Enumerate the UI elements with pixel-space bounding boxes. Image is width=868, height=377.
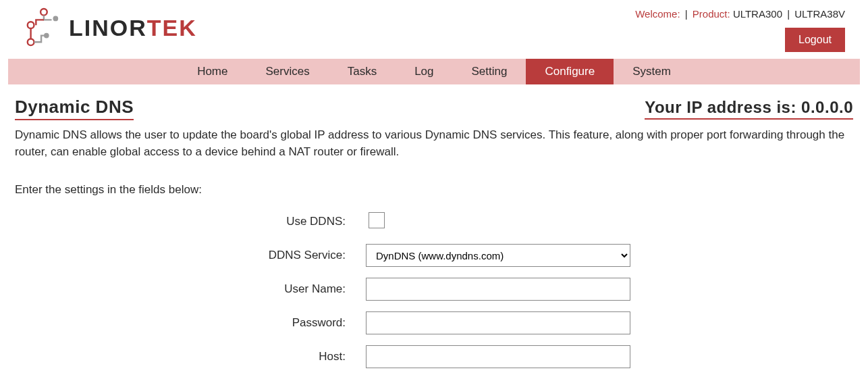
product-value2: ULTRA38V (794, 8, 845, 20)
form-prompt: Enter the settings in the fields below: (15, 183, 853, 197)
host-label: Host: (15, 350, 366, 363)
svg-point-3 (28, 39, 34, 45)
svg-point-0 (40, 9, 47, 16)
host-input[interactable] (366, 345, 630, 368)
ddns-form: Use DDNS: DDNS Service: DynDNS (www.dynd… (15, 210, 853, 377)
username-label: User Name: (15, 282, 366, 296)
nav-services[interactable]: Services (246, 59, 328, 84)
main-nav: Home Services Tasks Log Setting Configur… (8, 59, 860, 84)
nav-log[interactable]: Log (396, 59, 452, 84)
nav-tasks[interactable]: Tasks (329, 59, 396, 84)
ip-address-line: Your IP address is: 0.0.0.0 (645, 98, 853, 120)
logo-text-red: TEK (147, 15, 197, 41)
use-ddns-checkbox[interactable] (369, 212, 385, 228)
welcome-label: Welcome: (635, 8, 680, 20)
logout-button[interactable]: Logout (785, 28, 845, 52)
service-select[interactable]: DynDNS (www.dyndns.com) (366, 244, 630, 267)
nav-setting[interactable]: Setting (453, 59, 526, 84)
svg-point-2 (28, 22, 34, 28)
page-title: Dynamic DNS (15, 97, 134, 120)
logo-text-dark: LINOR (69, 15, 147, 41)
ip-value: 0.0.0.0 (801, 98, 853, 116)
svg-point-4 (44, 33, 49, 39)
nav-system[interactable]: System (614, 59, 690, 84)
password-label: Password: (15, 316, 366, 330)
service-label: DDNS Service: (15, 249, 366, 262)
page-description: Dynamic DNS allows the user to update th… (15, 127, 853, 160)
content: Dynamic DNS Your IP address is: 0.0.0.0 … (0, 84, 868, 377)
header-meta: Welcome: | Product: ULTRA300 | ULTRA38V … (635, 7, 845, 52)
product-label: Product: (693, 8, 730, 20)
logo-text: LINORTEK (69, 15, 197, 41)
use-ddns-label: Use DDNS: (15, 215, 366, 228)
ip-label: Your IP address is: (645, 98, 801, 116)
product-value: ULTRA300 (733, 8, 782, 20)
logo-icon (23, 7, 62, 49)
logo: LINORTEK (23, 7, 197, 49)
nav-configure[interactable]: Configure (526, 59, 614, 84)
password-input[interactable] (366, 311, 630, 334)
header: LINORTEK Welcome: | Product: ULTRA300 | … (0, 0, 868, 55)
svg-point-1 (53, 16, 58, 22)
username-input[interactable] (366, 278, 630, 301)
nav-home[interactable]: Home (178, 59, 246, 84)
